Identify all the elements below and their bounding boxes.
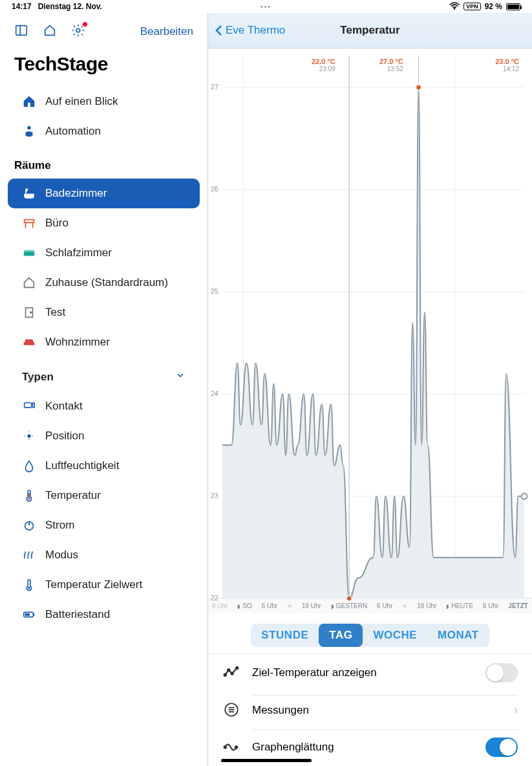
svg-text:25: 25 (211, 287, 218, 295)
edit-button[interactable]: Bearbeiten (140, 25, 193, 38)
power-icon (22, 518, 36, 532)
svg-text:27: 27 (211, 83, 218, 91)
type-label: Temperatur (45, 489, 101, 502)
svg-rect-13 (33, 403, 35, 408)
seg-hour[interactable]: STUNDE (251, 624, 319, 647)
svg-text:23: 23 (211, 492, 218, 499)
sidebar-type-temperatur[interactable]: Temperatur (8, 481, 200, 510)
svg-point-42 (522, 494, 527, 499)
svg-point-45 (231, 672, 233, 674)
nav-overview[interactable]: Auf einen Blick (8, 87, 200, 116)
room-label: Wohnzimmer (45, 336, 110, 349)
temperature-chart[interactable]: 222324252627 22.0 °C 23:09 27.0 °C 13:52… (208, 49, 532, 598)
seg-day[interactable]: TAG (319, 624, 363, 647)
svg-point-0 (454, 8, 455, 9)
app-title: TechStage (0, 45, 207, 87)
vpn-badge: VPN (463, 3, 481, 10)
list-icon (222, 701, 240, 719)
sofa-icon (22, 335, 36, 349)
toggle-target-temp[interactable] (485, 663, 518, 683)
sidebar-type-luftfeuchtigkeit[interactable]: Luftfeuchtigkeit (8, 451, 200, 481)
sidebar-type-batteriestand[interactable]: Batteriestand (8, 600, 200, 629)
option-label: Ziel-Temperatur anzeigen (252, 666, 377, 679)
status-date: Dienstag 12. Nov. (38, 2, 102, 11)
home-indicator[interactable] (221, 759, 312, 762)
status-bar: 14:17 Dienstag 12. Nov. ••• VPN 92 % (0, 0, 532, 13)
wifi-icon (449, 2, 460, 12)
automation-icon (22, 124, 36, 138)
nav-automation[interactable]: Automation (8, 116, 200, 146)
svg-point-41 (416, 85, 421, 90)
chart-annotation-min: 22.0 °C 23:09 (312, 58, 335, 72)
chevron-down-icon (175, 370, 186, 384)
svg-point-51 (224, 746, 226, 748)
toggle-smoothing[interactable] (485, 738, 518, 757)
sidebar-room-zuhause[interactable]: Zuhause (Standardraum) (8, 268, 200, 298)
position-icon (22, 429, 36, 443)
sidebar-room-test[interactable]: Test (8, 298, 200, 327)
svg-rect-5 (25, 220, 34, 223)
svg-point-11 (30, 312, 32, 313)
contact-sensor-icon (22, 399, 36, 413)
content: Eve Thermo Temperatur 222324252627 22.0 … (208, 13, 532, 766)
settings-icon[interactable] (71, 23, 85, 40)
chart-annotation-now: 23.0 °C 14:12 (495, 58, 519, 72)
option-label: Messungen (252, 704, 309, 717)
battery-icon (506, 3, 520, 10)
sidebar-type-position[interactable]: Position (8, 421, 200, 451)
option-measurements[interactable]: Messungen › (208, 692, 532, 728)
svg-rect-12 (25, 403, 32, 408)
svg-rect-9 (24, 250, 35, 252)
humidity-icon (22, 459, 36, 473)
svg-rect-1 (16, 26, 27, 36)
svg-text:24: 24 (211, 389, 218, 397)
sidebar-type-kontakt[interactable]: Kontakt (8, 391, 200, 421)
type-label: Position (45, 430, 84, 443)
battery-level-icon (22, 607, 36, 622)
room-label: Badezimmer (45, 187, 107, 200)
nav-label: Auf einen Blick (45, 95, 118, 108)
bed-icon (22, 246, 36, 260)
time-range-segment: STUNDE TAG WOCHE MONAT (208, 613, 532, 653)
mode-icon (22, 548, 36, 562)
battery-percent: 92 % (485, 2, 502, 11)
room-label: Schlafzimmer (45, 246, 112, 259)
door-icon (22, 305, 36, 320)
section-types-header[interactable]: Typen (8, 362, 200, 391)
seg-week[interactable]: WOCHE (363, 624, 427, 647)
topbar: Eve Thermo Temperatur (208, 13, 532, 49)
rooms-toggle-icon[interactable] (14, 23, 28, 40)
option-label: Graphenglättung (252, 741, 334, 754)
sidebar-room-buero[interactable]: Büro (8, 208, 200, 238)
sidebar-room-badezimmer[interactable]: Badezimmer (8, 179, 200, 208)
svg-point-39 (346, 596, 352, 601)
sidebar-type-modus[interactable]: Modus (8, 540, 200, 570)
sidebar-room-schlafzimmer[interactable]: Schlafzimmer (8, 238, 200, 268)
chart-annotation-max: 27.0 °C 13:52 (379, 58, 403, 72)
svg-text:22: 22 (211, 594, 218, 602)
svg-point-19 (28, 587, 30, 589)
svg-text:26: 26 (211, 185, 218, 193)
sidebar-room-wohnzimmer[interactable]: Wohnzimmer (8, 327, 200, 357)
type-label: Temperatur Zielwert (45, 578, 142, 591)
svg-rect-21 (25, 613, 30, 616)
back-label: Eve Thermo (226, 24, 285, 37)
svg-point-52 (235, 746, 237, 748)
option-target-temp: Ziel-Temperatur anzeigen (208, 654, 532, 692)
svg-point-14 (28, 435, 30, 437)
back-button[interactable]: Eve Thermo (215, 24, 285, 37)
bathtub-icon (22, 186, 36, 201)
sidebar-type-temperatur-zielwert[interactable]: Temperatur Zielwert (8, 570, 200, 600)
seg-month[interactable]: MONAT (427, 624, 489, 647)
sidebar-type-strom[interactable]: Strom (8, 510, 200, 540)
svg-point-43 (224, 674, 226, 676)
home-icon[interactable] (43, 23, 57, 40)
svg-point-44 (228, 669, 229, 671)
type-label: Kontakt (45, 400, 83, 413)
sidebar: Bearbeiten TechStage Auf einen Blick Aut… (0, 13, 208, 766)
multitask-dots-icon[interactable]: ••• (261, 3, 271, 10)
svg-point-46 (236, 667, 238, 669)
chart-line-icon (222, 664, 240, 682)
section-rooms: Räume (0, 146, 207, 179)
desk-icon (22, 216, 36, 230)
